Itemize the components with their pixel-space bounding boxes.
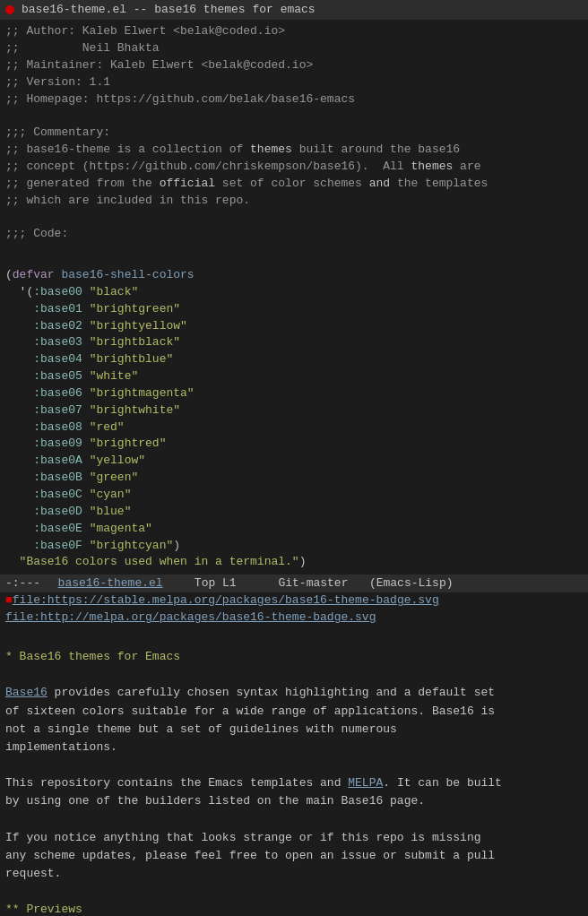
status-bar-1: -:--- base16-theme.el Top L1 Git-master … xyxy=(0,575,588,592)
top-bar: base16-theme.el -- base16 themes for ema… xyxy=(0,0,588,20)
readme-main-heading: * Base16 themes for Emacs xyxy=(5,650,180,663)
status-filename-1: base16-theme.el xyxy=(58,575,163,592)
badge-link-2[interactable]: file:http://melpa.org/packages/base16-th… xyxy=(0,609,588,627)
melpa-link[interactable]: MELPA xyxy=(348,776,383,790)
base16-link[interactable]: Base16 xyxy=(5,686,48,699)
comment-author: ;; Author: Kaleb Elwert <belak@coded.io>… xyxy=(5,24,488,240)
status-position-1: Top L1 Git-master (Emacs-Lisp) xyxy=(167,575,454,592)
status-dashes: -:--- xyxy=(5,575,55,592)
previews-heading: ** Previews xyxy=(5,903,82,916)
red-dot-indicator xyxy=(5,5,14,14)
defvar-block: (defvar base16-shell-colors '(:base00 "b… xyxy=(0,246,588,575)
badge-link-1[interactable]: ■file:https://stable.melpa.org/packages/… xyxy=(0,592,588,609)
code-header-comments: ;; Author: Kaleb Elwert <belak@coded.io>… xyxy=(0,20,588,246)
top-bar-title: base16-theme.el -- base16 themes for ema… xyxy=(22,2,316,18)
readme-area: * Base16 themes for Emacs Base16 provide… xyxy=(0,627,588,916)
